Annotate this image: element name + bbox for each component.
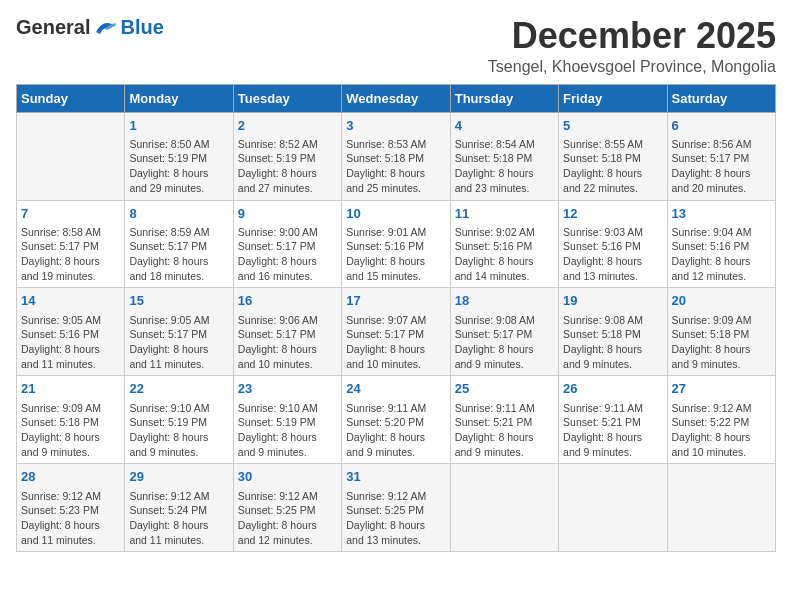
week-row-3: 14Sunrise: 9:05 AMSunset: 5:16 PMDayligh… <box>17 288 776 376</box>
day-info-text: Daylight: 8 hours <box>455 430 554 445</box>
day-number: 19 <box>563 292 662 310</box>
day-info-text: Daylight: 8 hours <box>21 430 120 445</box>
day-header-thursday: Thursday <box>450 84 558 112</box>
day-info-text: Daylight: 8 hours <box>346 166 445 181</box>
day-info-text: Sunset: 5:17 PM <box>455 327 554 342</box>
day-number: 2 <box>238 117 337 135</box>
day-info-text: Sunset: 5:23 PM <box>21 503 120 518</box>
day-number: 26 <box>563 380 662 398</box>
day-info-text: Sunrise: 9:12 AM <box>21 489 120 504</box>
calendar-cell: 27Sunrise: 9:12 AMSunset: 5:22 PMDayligh… <box>667 376 775 464</box>
logo-blue-text: Blue <box>120 16 163 39</box>
day-info-text: Daylight: 8 hours <box>455 342 554 357</box>
day-number: 6 <box>672 117 771 135</box>
calendar-cell: 15Sunrise: 9:05 AMSunset: 5:17 PMDayligh… <box>125 288 233 376</box>
logo-bird-icon <box>92 18 120 38</box>
calendar-cell: 24Sunrise: 9:11 AMSunset: 5:20 PMDayligh… <box>342 376 450 464</box>
title-block: December 2025 Tsengel, Khoevsgoel Provin… <box>488 16 776 76</box>
day-info-text: Daylight: 8 hours <box>672 166 771 181</box>
calendar-cell: 1Sunrise: 8:50 AMSunset: 5:19 PMDaylight… <box>125 112 233 200</box>
day-info-text: Sunset: 5:17 PM <box>346 327 445 342</box>
day-info-text: Daylight: 8 hours <box>21 254 120 269</box>
day-info-text: Sunset: 5:18 PM <box>455 151 554 166</box>
day-info-text: Daylight: 8 hours <box>21 342 120 357</box>
day-info-text: and 10 minutes. <box>238 357 337 372</box>
day-info-text: Daylight: 8 hours <box>346 342 445 357</box>
day-info-text: and 9 minutes. <box>455 445 554 460</box>
calendar-cell <box>559 464 667 552</box>
day-info-text: and 9 minutes. <box>129 445 228 460</box>
logo-general-text: General <box>16 16 90 39</box>
day-info-text: and 9 minutes. <box>238 445 337 460</box>
week-row-2: 7Sunrise: 8:58 AMSunset: 5:17 PMDaylight… <box>17 200 776 288</box>
calendar-cell: 8Sunrise: 8:59 AMSunset: 5:17 PMDaylight… <box>125 200 233 288</box>
day-info-text: Daylight: 8 hours <box>238 254 337 269</box>
day-info-text: Sunrise: 9:11 AM <box>346 401 445 416</box>
day-info-text: and 9 minutes. <box>563 445 662 460</box>
week-row-4: 21Sunrise: 9:09 AMSunset: 5:18 PMDayligh… <box>17 376 776 464</box>
day-info-text: Sunset: 5:18 PM <box>563 327 662 342</box>
day-number: 30 <box>238 468 337 486</box>
day-info-text: Sunrise: 9:08 AM <box>455 313 554 328</box>
day-info-text: Sunset: 5:19 PM <box>238 415 337 430</box>
day-info-text: Daylight: 8 hours <box>563 254 662 269</box>
day-info-text: and 11 minutes. <box>129 533 228 548</box>
day-number: 13 <box>672 205 771 223</box>
calendar-cell: 7Sunrise: 8:58 AMSunset: 5:17 PMDaylight… <box>17 200 125 288</box>
calendar-cell: 6Sunrise: 8:56 AMSunset: 5:17 PMDaylight… <box>667 112 775 200</box>
day-info-text: Sunrise: 8:55 AM <box>563 137 662 152</box>
day-number: 8 <box>129 205 228 223</box>
day-info-text: Sunrise: 9:12 AM <box>346 489 445 504</box>
day-info-text: and 9 minutes. <box>346 445 445 460</box>
day-info-text: Daylight: 8 hours <box>672 342 771 357</box>
day-info-text: Sunset: 5:17 PM <box>672 151 771 166</box>
day-number: 31 <box>346 468 445 486</box>
calendar-cell: 26Sunrise: 9:11 AMSunset: 5:21 PMDayligh… <box>559 376 667 464</box>
day-info-text: Sunset: 5:21 PM <box>563 415 662 430</box>
calendar-cell: 11Sunrise: 9:02 AMSunset: 5:16 PMDayligh… <box>450 200 558 288</box>
day-info-text: and 14 minutes. <box>455 269 554 284</box>
day-info-text: Sunrise: 8:50 AM <box>129 137 228 152</box>
day-info-text: and 19 minutes. <box>21 269 120 284</box>
day-info-text: and 22 minutes. <box>563 181 662 196</box>
day-info-text: Sunset: 5:18 PM <box>346 151 445 166</box>
day-header-sunday: Sunday <box>17 84 125 112</box>
calendar-cell: 17Sunrise: 9:07 AMSunset: 5:17 PMDayligh… <box>342 288 450 376</box>
week-row-5: 28Sunrise: 9:12 AMSunset: 5:23 PMDayligh… <box>17 464 776 552</box>
day-number: 12 <box>563 205 662 223</box>
calendar-cell: 30Sunrise: 9:12 AMSunset: 5:25 PMDayligh… <box>233 464 341 552</box>
day-info-text: Sunset: 5:17 PM <box>21 239 120 254</box>
day-number: 20 <box>672 292 771 310</box>
day-info-text: Sunrise: 8:59 AM <box>129 225 228 240</box>
day-info-text: Daylight: 8 hours <box>455 166 554 181</box>
day-number: 29 <box>129 468 228 486</box>
day-info-text: Sunset: 5:17 PM <box>238 239 337 254</box>
day-info-text: Daylight: 8 hours <box>129 166 228 181</box>
day-header-monday: Monday <box>125 84 233 112</box>
calendar-cell: 23Sunrise: 9:10 AMSunset: 5:19 PMDayligh… <box>233 376 341 464</box>
day-info-text: Sunset: 5:21 PM <box>455 415 554 430</box>
day-info-text: and 12 minutes. <box>238 533 337 548</box>
day-info-text: and 11 minutes. <box>21 357 120 372</box>
day-info-text: Sunset: 5:17 PM <box>238 327 337 342</box>
day-number: 1 <box>129 117 228 135</box>
calendar-cell: 9Sunrise: 9:00 AMSunset: 5:17 PMDaylight… <box>233 200 341 288</box>
day-info-text: Daylight: 8 hours <box>346 518 445 533</box>
day-info-text: Daylight: 8 hours <box>238 342 337 357</box>
calendar-cell: 12Sunrise: 9:03 AMSunset: 5:16 PMDayligh… <box>559 200 667 288</box>
day-info-text: Sunset: 5:25 PM <box>238 503 337 518</box>
day-info-text: and 13 minutes. <box>346 533 445 548</box>
day-info-text: Daylight: 8 hours <box>21 518 120 533</box>
day-info-text: Sunrise: 9:04 AM <box>672 225 771 240</box>
day-number: 5 <box>563 117 662 135</box>
day-info-text: Sunset: 5:16 PM <box>672 239 771 254</box>
month-title: December 2025 <box>488 16 776 56</box>
calendar-cell: 31Sunrise: 9:12 AMSunset: 5:25 PMDayligh… <box>342 464 450 552</box>
day-number: 16 <box>238 292 337 310</box>
day-info-text: and 12 minutes. <box>672 269 771 284</box>
day-info-text: Sunrise: 9:09 AM <box>672 313 771 328</box>
day-info-text: and 18 minutes. <box>129 269 228 284</box>
day-info-text: Sunrise: 9:02 AM <box>455 225 554 240</box>
calendar-table: SundayMondayTuesdayWednesdayThursdayFrid… <box>16 84 776 553</box>
week-row-1: 1Sunrise: 8:50 AMSunset: 5:19 PMDaylight… <box>17 112 776 200</box>
